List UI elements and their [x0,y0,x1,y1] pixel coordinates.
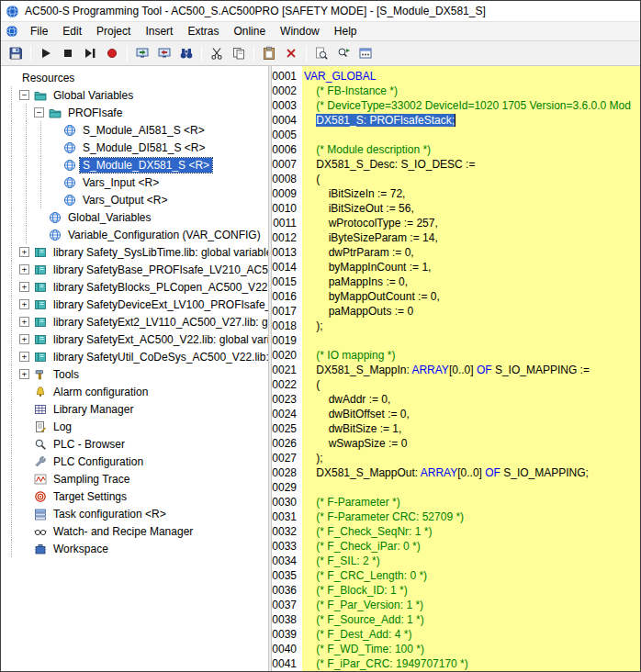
tree-item[interactable]: +library SafetyUtil_CoDeSys_AC500_V22.li… [1,348,268,365]
menu-item-project[interactable]: Project [89,22,138,40]
line-number[interactable]: 0009 [272,186,302,201]
line-number[interactable]: 0025 [272,421,302,436]
menu-item-file[interactable]: File [23,22,55,40]
line-number[interactable]: 0017 [272,304,302,319]
tree-item[interactable]: +library SafetyExt_AC500_V22.lib: global… [1,330,268,348]
menu-item-window[interactable]: Window [273,22,327,40]
tree-item[interactable]: +library SafetyDeviceExt_LV100_PROFIsafe… [1,296,268,313]
code-line[interactable]: 0021 DX581_S_MappIn: ARRAY[0..0] OF S_IO… [272,363,640,377]
tree-item[interactable]: Alarm configuration [1,383,268,400]
line-number[interactable]: 0020 [272,348,302,363]
input-assistant-button[interactable] [354,43,377,63]
tree-item[interactable]: Target Settings [1,487,268,505]
menu-item-online[interactable]: Online [226,22,273,40]
line-number[interactable]: 0015 [272,274,302,289]
menu-item-help[interactable]: Help [327,22,365,40]
code-line[interactable]: 0005 [272,128,640,142]
line-number[interactable]: 0016 [272,289,302,304]
expand-plus-icon[interactable]: + [19,282,29,292]
line-number[interactable]: 0004 [272,113,302,128]
line-number[interactable]: 0026 [272,436,302,451]
line-number[interactable]: 0039 [272,627,302,642]
code-line[interactable]: 0003 (* DeviceType=33002 DeviceId=1020 1… [272,98,640,113]
line-number[interactable]: 0024 [272,407,302,421]
code-line[interactable]: 0017 paMappOuts := 0 [272,304,640,319]
line-number[interactable]: 0022 [272,377,302,392]
code-line[interactable]: 0033 (* F_Check_iPar: 0 *) [272,539,640,554]
code-line[interactable]: 0018 ); [272,319,640,333]
code-line[interactable]: 0027 ); [272,451,640,465]
collapse-minus-icon[interactable]: − [19,90,29,100]
tree-item[interactable]: +library SafetyExt2_LV110_AC500_V27.lib:… [1,313,268,330]
line-number[interactable]: 0005 [272,128,302,142]
line-number[interactable]: 0038 [272,612,302,627]
menu-item-edit[interactable]: Edit [55,22,89,40]
login-button[interactable] [131,43,153,63]
code-line[interactable]: 0025 dwBitSize := 1, [272,421,640,436]
expand-plus-icon[interactable]: + [19,352,29,362]
expand-plus-icon[interactable]: + [19,369,29,379]
line-number[interactable]: 0037 [272,598,302,612]
code-line[interactable]: 0007 DX581_S_Desc: S_IO_DESC := [272,157,640,172]
expand-plus-icon[interactable]: + [19,334,29,344]
stop-button[interactable] [57,43,79,63]
line-number[interactable]: 0021 [272,363,302,377]
mdi-child-globe-icon[interactable] [6,25,18,38]
line-number[interactable]: 0033 [272,539,302,554]
tree-item[interactable]: Task configuration <R> [1,505,268,522]
line-number[interactable]: 0030 [272,495,302,510]
delete-button[interactable] [280,43,302,63]
code-line[interactable]: 0011 wProtocolType := 257, [272,216,640,230]
find-next-button[interactable] [332,43,354,63]
tree-item[interactable]: Watch- and Recipe Manager [1,522,268,540]
menu-item-insert[interactable]: Insert [138,22,180,40]
code-line[interactable]: 0034 (* F_SIL: 2 *) [272,554,640,568]
line-number[interactable]: 0006 [272,142,302,157]
tree-item[interactable]: +library SafetyBase_PROFIsafe_LV210_AC50… [1,261,268,278]
code-line[interactable]: 0035 (* F_CRC_Length: 0 *) [272,568,640,583]
tree-item[interactable]: PLC - Browser [1,435,268,453]
code-line[interactable]: 0032 (* F_Check_SeqNr: 1 *) [272,524,640,539]
line-number[interactable]: 0013 [272,245,302,260]
tree-root-resources[interactable]: Resources [1,69,268,86]
code-line[interactable]: 0022 ( [272,377,640,392]
copy-button[interactable] [228,43,250,63]
code-line[interactable]: 0010 iBitSizeOut := 56, [272,201,640,216]
paste-button[interactable] [258,43,280,63]
code-line[interactable]: 0013 dwPtrParam := 0, [272,245,640,260]
line-number[interactable]: 0036 [272,583,302,598]
code-line[interactable]: 0028 DX581_S_MappOut: ARRAY[0..0] OF S_I… [272,465,640,480]
tree-item[interactable]: −Global Variables [1,86,268,104]
code-line[interactable]: 0031 (* F-Parameter CRC: 52709 *) [272,510,640,524]
line-number[interactable]: 0031 [272,510,302,524]
line-number[interactable]: 0018 [272,319,302,333]
tree-item[interactable]: +library Safety_SysLibTime.lib: global v… [1,243,268,261]
code-line[interactable]: 0041 (* F_iPar_CRC: 1949707170 *) [272,656,640,671]
code-line[interactable]: 0015 paMappIns := 0, [272,274,640,289]
code-line[interactable]: 0016 byMappOutCount := 0, [272,289,640,304]
cut-button[interactable] [206,43,228,63]
tree-item[interactable]: +library SafetyBlocks_PLCopen_AC500_V22.… [1,278,268,296]
tree-item[interactable]: Vars_Output <R> [1,191,268,208]
code-line[interactable]: 0012 iByteSizeParam := 14, [272,230,640,245]
code-line[interactable]: 0038 (* F_Source_Add: 1 *) [272,612,640,627]
code-line[interactable]: 0004 DX581_S: PROFIsafeStack; [272,113,640,128]
code-line[interactable]: 0037 (* F_Par_Version: 1 *) [272,598,640,612]
code-line[interactable]: 0026 wSwapSize := 0 [272,436,640,451]
line-number[interactable]: 0027 [272,451,302,465]
code-line[interactable]: 0023 dwAddr := 0, [272,392,640,407]
run-button[interactable] [35,43,57,63]
code-line[interactable]: 0020 (* IO mapping *) [272,348,640,363]
line-number[interactable]: 0010 [272,201,302,216]
line-number[interactable]: 0008 [272,172,302,186]
expand-plus-icon[interactable]: + [19,317,29,327]
expand-plus-icon[interactable]: + [19,299,29,309]
tree-item[interactable]: Workspace [1,540,268,557]
code-line[interactable]: 0008 ( [272,172,640,186]
tree-item[interactable]: Sampling Trace [1,470,268,487]
line-number[interactable]: 0002 [272,84,302,98]
tree-item[interactable]: −PROFIsafe [1,104,268,121]
single-cycle-button[interactable] [79,43,101,63]
code-line[interactable]: 0039 (* F_Dest_Add: 4 *) [272,627,640,642]
code-line[interactable]: 0019 [272,333,640,348]
